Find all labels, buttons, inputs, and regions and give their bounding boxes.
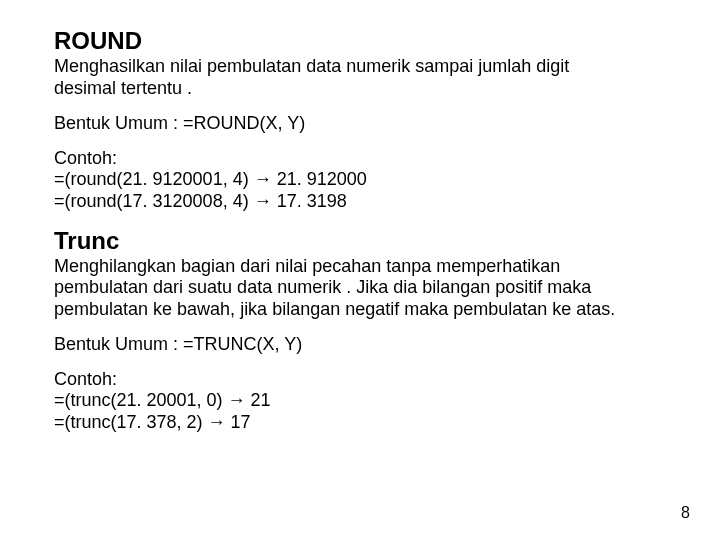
- heading-round: ROUND: [54, 28, 666, 54]
- trunc-example: Contoh: =(trunc(21. 20001, 0) → 21 =(tru…: [54, 369, 666, 433]
- round-desc-line-2: desimal tertentu .: [54, 78, 666, 99]
- round-example: Contoh: =(round(21. 9120001, 4) → 21. 91…: [54, 148, 666, 212]
- round-example-label: Contoh:: [54, 148, 666, 169]
- page-number: 8: [681, 504, 690, 522]
- round-desc-line-1: Menghasilkan nilai pembulatan data numer…: [54, 56, 666, 77]
- round-example-2: =(round(17. 3120008, 4) → 17. 3198: [54, 191, 666, 212]
- trunc-example-2: =(trunc(17. 378, 2) → 17: [54, 412, 666, 433]
- trunc-example-1: =(trunc(21. 20001, 0) → 21: [54, 390, 666, 411]
- trunc-desc-line-2: pembulatan dari suatu data numerik . Jik…: [54, 277, 666, 298]
- round-description: Menghasilkan nilai pembulatan data numer…: [54, 56, 666, 98]
- trunc-syntax: Bentuk Umum : =TRUNC(X, Y): [54, 334, 666, 355]
- heading-trunc: Trunc: [54, 228, 666, 254]
- trunc-example-label: Contoh:: [54, 369, 666, 390]
- round-syntax: Bentuk Umum : =ROUND(X, Y): [54, 113, 666, 134]
- trunc-description: Menghilangkan bagian dari nilai pecahan …: [54, 256, 666, 320]
- trunc-desc-line-1: Menghilangkan bagian dari nilai pecahan …: [54, 256, 666, 277]
- round-example-1: =(round(21. 9120001, 4) → 21. 912000: [54, 169, 666, 190]
- trunc-desc-line-3: pembulatan ke bawah, jika bilangan negat…: [54, 299, 666, 320]
